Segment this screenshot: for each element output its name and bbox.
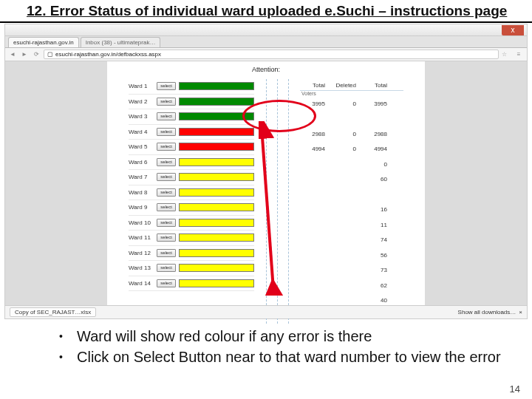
chrome-menu-icon[interactable]: ≡ — [514, 51, 524, 58]
wards-table-area: Ward 1selectWard 2selectWard 3selectWard… — [107, 79, 425, 324]
ward-select-button[interactable]: select — [157, 219, 176, 227]
stats-row: 16 — [300, 202, 403, 218]
stats-row: 298802988 — [300, 126, 403, 142]
separator-column — [259, 79, 296, 324]
stats-c3: 2988 — [362, 131, 387, 137]
ward-row: Ward 7select — [129, 170, 254, 185]
stats-c3: 73 — [362, 267, 387, 273]
ward-select-button[interactable]: select — [157, 143, 176, 151]
attention-label: Attention: — [107, 66, 425, 73]
ward-select-button[interactable]: select — [157, 112, 176, 120]
stats-h3: Total — [362, 82, 387, 89]
ward-status-bar — [179, 128, 254, 136]
browser-tab-2[interactable]: Inbox (38) - ultimateprak… — [81, 37, 161, 47]
ward-status-bar — [179, 219, 254, 227]
ward-label: Ward 1 — [129, 83, 157, 89]
download-close-icon[interactable]: × — [519, 309, 522, 316]
ward-select-button[interactable]: select — [157, 82, 176, 90]
ward-status-bar — [179, 188, 254, 197]
ward-label: Ward 2 — [129, 98, 157, 105]
browser-tab-1[interactable]: esuchi-rajasthan.gov.in — [8, 37, 79, 47]
ward-select-button[interactable]: select — [157, 173, 176, 181]
ward-label: Ward 14 — [129, 280, 157, 287]
url-text: esuchi-rajasthan.gov.in/defbackxss.aspx — [55, 51, 161, 58]
stats-row: 11 — [300, 217, 403, 233]
ward-label: Ward 6 — [129, 159, 157, 166]
ward-row: Ward 13select — [129, 261, 254, 276]
stats-row: 62 — [300, 278, 403, 293]
ward-label: Ward 5 — [129, 143, 157, 150]
ward-status-bar — [179, 173, 254, 181]
ward-row: Ward 2select — [129, 95, 254, 110]
ward-row: Ward 9select — [129, 200, 254, 216]
bullet-2: Click on Select Button near to that ward… — [77, 348, 510, 366]
browser-tabs: esuchi-rajasthan.gov.in Inbox (38) - ult… — [5, 36, 527, 48]
ward-row: Ward 10select — [129, 216, 254, 231]
ward-row: Ward 11select — [129, 231, 254, 246]
page-viewport: Attention: Ward 1selectWard 2selectWard … — [5, 61, 527, 305]
stats-row: 73 — [300, 263, 403, 279]
stats-sub: Voters — [300, 91, 403, 96]
ward-status-bar — [179, 264, 254, 272]
stats-c3: 74 — [362, 236, 387, 243]
bookmark-star-icon[interactable]: ☆ — [502, 51, 511, 58]
stats-c1: 4994 — [300, 146, 325, 152]
ward-status-bar — [179, 98, 254, 106]
ward-row: Ward 5select — [129, 140, 254, 155]
ward-select-button[interactable]: select — [157, 188, 176, 197]
bullet-list: Ward will show red colour if any error i… — [44, 327, 510, 369]
stats-row: 60 — [300, 172, 403, 188]
slide-title: 12. Error Status of individual ward uplo… — [0, 0, 532, 23]
stats-c3: 40 — [362, 297, 387, 304]
ward-select-button[interactable]: select — [157, 128, 176, 136]
stats-c3: 0 — [362, 161, 387, 168]
download-bar: Copy of SEC_RAJAST…xlsx Show all downloa… — [5, 305, 527, 318]
ward-row: Ward 12select — [129, 246, 254, 262]
window-close-button[interactable]: x — [502, 25, 524, 35]
ward-row: Ward 3select — [129, 109, 254, 125]
page-icon: ▢ — [47, 51, 53, 58]
stats-row: 399503995 — [300, 96, 403, 112]
ward-select-button[interactable]: select — [157, 98, 176, 106]
ward-row: Ward 8select — [129, 185, 254, 201]
ward-select-button[interactable]: select — [157, 264, 176, 272]
stats-c2: 0 — [331, 146, 356, 152]
forward-icon[interactable]: ► — [20, 50, 29, 59]
stats-c2: 0 — [331, 100, 356, 107]
ward-select-button[interactable]: select — [157, 203, 176, 211]
ward-status-bar — [179, 279, 254, 287]
bullet-1: Ward will show red colour if any error i… — [77, 327, 510, 346]
stats-c1: 2988 — [300, 131, 325, 137]
download-show-all[interactable]: Show all downloads… — [458, 309, 516, 316]
stats-c2: 0 — [331, 131, 356, 137]
ward-status-bar — [179, 233, 254, 242]
ward-row: Ward 1select — [129, 79, 254, 95]
ward-row: Ward 6select — [129, 155, 254, 171]
address-bar[interactable]: ▢ esuchi-rajasthan.gov.in/defbackxss.asp… — [44, 50, 499, 59]
ward-select-button[interactable]: select — [157, 158, 176, 166]
back-icon[interactable]: ◄ — [8, 50, 17, 59]
browser-titlebar: x — [5, 24, 527, 36]
slide-page-number: 14 — [510, 383, 520, 395]
ward-select-button[interactable]: select — [157, 279, 176, 287]
ward-status-bar — [179, 82, 254, 90]
stats-row: 0 — [300, 157, 403, 172]
ward-status-bar — [179, 203, 254, 211]
reload-icon[interactable]: ⟳ — [32, 50, 41, 59]
ward-label: Ward 3 — [129, 113, 157, 120]
ward-select-button[interactable]: select — [157, 233, 176, 242]
stats-h1: Total — [300, 82, 325, 89]
stats-c1: 3995 — [300, 100, 325, 107]
ward-label: Ward 9 — [129, 204, 157, 211]
stats-c3: 56 — [362, 252, 387, 259]
stats-row — [300, 112, 403, 127]
stats-h2: Deleted — [331, 82, 356, 89]
ward-row: Ward 14select — [129, 276, 254, 292]
page-content: Attention: Ward 1selectWard 2selectWard … — [107, 61, 425, 305]
browser-window: x esuchi-rajasthan.gov.in Inbox (38) - u… — [4, 24, 528, 319]
ward-status-bar — [179, 143, 254, 151]
stats-c3: 60 — [362, 176, 387, 183]
ward-label: Ward 13 — [129, 265, 157, 271]
download-chip[interactable]: Copy of SEC_RAJAST…xlsx — [10, 307, 96, 317]
ward-select-button[interactable]: select — [157, 249, 176, 257]
